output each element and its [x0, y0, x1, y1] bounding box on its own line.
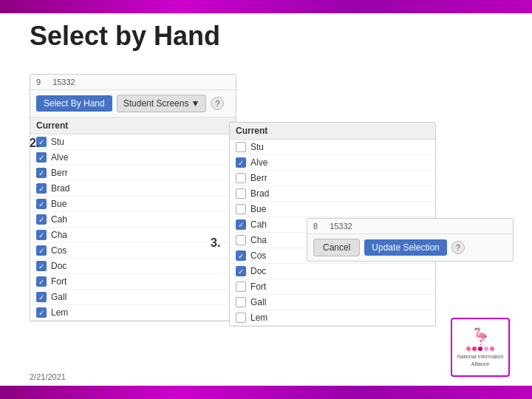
list-item[interactable]: Doc	[30, 259, 236, 274]
count-value-1: 9	[36, 78, 41, 86]
student-screens-label: Student Screens	[123, 98, 189, 109]
checkbox-checked[interactable]	[36, 276, 47, 287]
list-item[interactable]: Fort	[30, 274, 236, 290]
checkbox-unchecked[interactable]	[236, 297, 246, 307]
flamingo-icon: 🦩	[471, 327, 491, 347]
dropdown-arrow-icon: ▼	[191, 98, 200, 109]
update-selection-button[interactable]: Update Selection	[364, 239, 446, 256]
checkbox-checked[interactable]	[36, 168, 47, 178]
panel-bottom: 8 15332 Cancel Update Selection ?	[307, 218, 514, 262]
checkbox-unchecked[interactable]	[236, 204, 246, 214]
list-item[interactable]: Brad	[230, 186, 435, 202]
checkbox-unchecked[interactable]	[236, 173, 246, 183]
dot-3	[478, 347, 482, 351]
checkbox-checked[interactable]	[36, 245, 47, 256]
list-header-label-right: Current	[236, 126, 267, 136]
panel-action-row: Cancel Update Selection ?	[307, 234, 513, 261]
step-2-label: 2.	[30, 137, 39, 150]
list-item[interactable]: Fort	[230, 279, 435, 295]
dot-2	[472, 347, 477, 351]
checkbox-checked[interactable]	[36, 199, 47, 209]
help-badge-left[interactable]: ?	[211, 97, 224, 110]
dot-5	[490, 347, 494, 351]
list-item[interactable]: Brad	[30, 181, 236, 197]
list-header-label-left: Current	[36, 120, 68, 131]
checkbox-checked[interactable]	[236, 219, 246, 230]
cancel-button[interactable]: Cancel	[313, 239, 360, 256]
dot-4	[484, 347, 488, 351]
list-item[interactable]: Gall	[30, 290, 236, 305]
checkbox-unchecked[interactable]	[236, 282, 246, 292]
count-value-2: 15332	[52, 78, 75, 86]
list-item[interactable]: Lem	[30, 305, 236, 321]
list-item[interactable]: Cah	[30, 212, 236, 228]
list-item[interactable]: Gall	[230, 295, 435, 310]
dot-1	[466, 347, 471, 351]
list-item[interactable]: Berr	[30, 166, 236, 181]
help-badge-bottom[interactable]: ?	[451, 241, 465, 254]
checkbox-checked[interactable]	[36, 230, 47, 240]
logo-dots	[466, 347, 494, 351]
bottom-bar	[0, 386, 532, 399]
list-item[interactable]: Cha	[30, 228, 236, 243]
list-item[interactable]: Alve	[30, 150, 236, 166]
top-bar	[0, 0, 532, 13]
logo-badge: 🦩 National Information Alliance	[451, 318, 510, 377]
checkbox-checked[interactable]	[36, 152, 47, 163]
checkbox-unchecked[interactable]	[236, 142, 246, 152]
list-header-left: Current	[30, 117, 236, 134]
count-bottom-1: 8	[313, 222, 318, 231]
checkbox-unchecked[interactable]	[236, 313, 246, 323]
logo-text-line2: Alliance	[471, 361, 490, 367]
checkbox-checked[interactable]	[36, 183, 47, 194]
checkbox-checked[interactable]	[36, 261, 47, 271]
checkbox-checked[interactable]	[236, 157, 246, 168]
checkbox-unchecked[interactable]	[236, 235, 246, 245]
list-left: Stu Alve Berr Brad Bue Cah Cha Cos	[30, 134, 236, 321]
date-label: 2/21/2021	[30, 372, 66, 381]
count-bottom-2: 15332	[330, 222, 352, 231]
list-item[interactable]: Bue	[230, 202, 435, 217]
panel-bottom-nums: 8 15332	[307, 219, 513, 234]
list-header-right: Current	[230, 123, 435, 140]
checkbox-checked[interactable]	[36, 214, 47, 225]
list-item[interactable]: Doc	[230, 264, 435, 279]
list-item[interactable]: Stu	[230, 140, 435, 155]
select-by-hand-button[interactable]: Select By Hand	[36, 95, 112, 112]
list-item[interactable]: Berr	[230, 171, 435, 186]
page-title: Select by Hand	[30, 21, 220, 52]
list-item[interactable]: Stu	[30, 134, 236, 150]
panel-left: 9 15332 Select By Hand Student Screens ▼…	[30, 74, 236, 321]
list-item[interactable]: Cos	[30, 243, 236, 259]
list-item[interactable]: Bue	[30, 197, 236, 212]
checkbox-checked[interactable]	[236, 266, 246, 276]
panel-top-nums: 9 15332	[30, 75, 236, 90]
checkbox-checked[interactable]	[236, 250, 246, 261]
checkbox-unchecked[interactable]	[236, 188, 246, 199]
step-3-label: 3.	[211, 236, 220, 250]
panel-toolbar: Select By Hand Student Screens ▼ ?	[30, 90, 236, 117]
list-item[interactable]: Alve	[230, 155, 435, 171]
student-screens-button[interactable]: Student Screens ▼	[117, 95, 207, 112]
list-item[interactable]: Lem	[230, 310, 435, 326]
logo-text-line1: National Information	[457, 354, 504, 360]
checkbox-checked[interactable]	[36, 292, 47, 302]
checkbox-checked[interactable]	[36, 307, 47, 318]
